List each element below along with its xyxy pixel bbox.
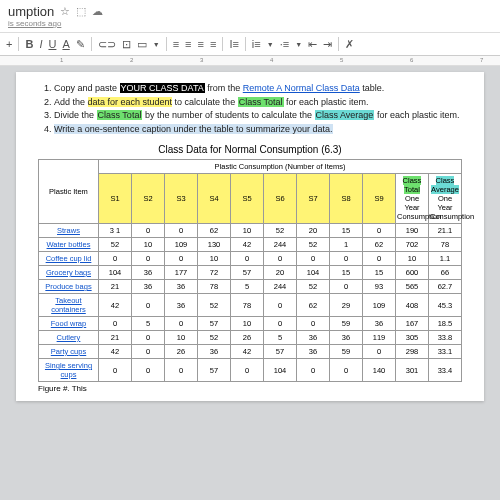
table-row: Grocery bags10436177725720104151560066 — [39, 266, 462, 280]
col-s8: S8 — [330, 174, 363, 224]
indent-inc-button[interactable]: ⇥ — [323, 38, 332, 51]
underline-button[interactable]: U — [48, 38, 56, 50]
bold-button[interactable]: B — [25, 38, 33, 50]
comment-button[interactable]: ▭ — [137, 38, 147, 51]
align-justify-button[interactable]: ≡ — [210, 38, 216, 50]
table-row: Single serving cups0005701040014030133.4 — [39, 359, 462, 382]
line-spacing-button[interactable]: I≡ — [229, 38, 238, 50]
plus-button[interactable]: + — [6, 38, 12, 50]
folder-icon[interactable]: ⬚ — [76, 5, 86, 18]
instruction-3: Divide the Class Total by the number of … — [54, 109, 462, 123]
col-total: Class TotalOne Year Consumption — [396, 174, 429, 224]
table-row: Party cups420263642573659029833.1 — [39, 345, 462, 359]
text-color-button[interactable]: A — [62, 38, 69, 50]
bullet-list-button[interactable]: ∙≡ — [280, 38, 289, 50]
image-button[interactable]: ⊡ — [122, 38, 131, 51]
header-consumption: Plastic Consumption (Number of Items) — [99, 160, 462, 174]
table-title: Class Data for Normal Consumption (6.3) — [38, 144, 462, 155]
col-s1: S1 — [99, 174, 132, 224]
table-row: Straws3 1006210522015019021.1 — [39, 224, 462, 238]
italic-button[interactable]: I — [39, 38, 42, 50]
align-left-button[interactable]: ≡ — [173, 38, 179, 50]
toolbar: + B I U A ✎ ⊂⊃ ⊡ ▭ ▼ ≡ ≡ ≡ ≡ I≡ i≡ ▼ ∙≡ … — [0, 33, 500, 56]
table-row: Takeout containers4203652780622910940845… — [39, 294, 462, 317]
col-s4: S4 — [198, 174, 231, 224]
figure-caption: Figure #. This — [38, 384, 462, 393]
instructions: Copy and paste YOUR CLASS DATA from the … — [38, 82, 462, 136]
indent-dec-button[interactable]: ⇤ — [308, 38, 317, 51]
table-row: Water bottles5210109130422445216270278 — [39, 238, 462, 252]
instruction-4: Write a one-sentence caption under the t… — [54, 123, 462, 137]
table-row: Produce bags2136367852445209356562.7 — [39, 280, 462, 294]
ruler[interactable]: 1 2 3 4 5 6 7 — [0, 56, 500, 66]
link-button[interactable]: ⊂⊃ — [98, 38, 116, 51]
align-center-button[interactable]: ≡ — [185, 38, 191, 50]
col-s5: S5 — [231, 174, 264, 224]
data-table: Plastic Item Plastic Consumption (Number… — [38, 159, 462, 382]
align-right-button[interactable]: ≡ — [198, 38, 204, 50]
table-row: Cutlery2101052265363611930533.8 — [39, 331, 462, 345]
instruction-1: Copy and paste YOUR CLASS DATA from the … — [54, 82, 462, 96]
table-row: Food wrap050571000593616718.5 — [39, 317, 462, 331]
table-row: Coffee cup lid0001000000101.1 — [39, 252, 462, 266]
cloud-icon[interactable]: ☁ — [92, 5, 103, 18]
col-s6: S6 — [264, 174, 297, 224]
col-s9: S9 — [363, 174, 396, 224]
col-s2: S2 — [132, 174, 165, 224]
col-s3: S3 — [165, 174, 198, 224]
header-plastic-item: Plastic Item — [39, 160, 99, 224]
document-page[interactable]: Copy and paste YOUR CLASS DATA from the … — [16, 72, 484, 401]
col-average: Class AverageOne Year Consumption — [429, 174, 462, 224]
title-bar: umption ☆ ⬚ ☁ is seconds ago — [0, 0, 500, 33]
last-edit[interactable]: is seconds ago — [8, 19, 492, 28]
highlight-button[interactable]: ✎ — [76, 38, 85, 51]
clear-format-button[interactable]: ✗ — [345, 38, 354, 51]
star-icon[interactable]: ☆ — [60, 5, 70, 18]
numbered-list-button[interactable]: i≡ — [252, 38, 261, 50]
col-s7: S7 — [297, 174, 330, 224]
instruction-2: Add the data for each student to calcula… — [54, 96, 462, 110]
doc-name: umption — [8, 4, 54, 19]
